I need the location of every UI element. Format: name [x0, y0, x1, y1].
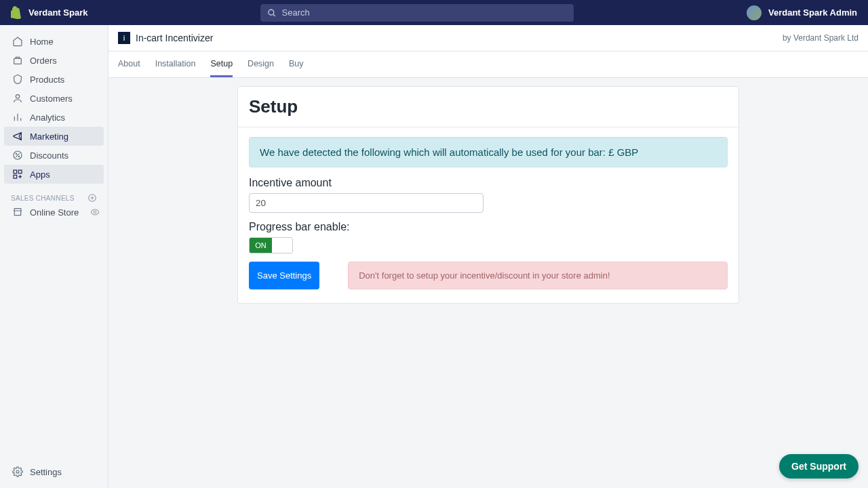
- nav-label: Settings: [30, 467, 62, 477]
- page-title: Setup: [249, 96, 728, 117]
- svg-rect-12: [18, 170, 22, 174]
- sidebar: Home Orders Products Customers Analytics…: [0, 25, 108, 488]
- sidebar-item-orders[interactable]: Orders: [4, 51, 104, 70]
- tab-installation[interactable]: Installation: [155, 52, 196, 77]
- apps-icon: [12, 169, 23, 180]
- app-header: i In-cart Incentivizer by Verdant Spark …: [108, 25, 868, 52]
- sidebar-item-marketing[interactable]: Marketing: [4, 127, 104, 146]
- save-settings-button[interactable]: Save Settings: [249, 262, 319, 289]
- svg-point-20: [16, 470, 19, 473]
- customers-icon: [12, 93, 23, 104]
- avatar: [747, 5, 762, 20]
- settings-icon: [12, 466, 23, 477]
- svg-point-0: [269, 9, 274, 15]
- nav-label: Analytics: [30, 113, 65, 123]
- tab-design[interactable]: Design: [248, 52, 274, 77]
- search-input[interactable]: [282, 7, 568, 18]
- nav-label: Marketing: [30, 131, 68, 142]
- sidebar-item-customers[interactable]: Customers: [4, 89, 104, 108]
- setup-card: Setup We have detected the following whi…: [237, 86, 739, 304]
- app-icon: i: [118, 32, 130, 44]
- sidebar-item-products[interactable]: Products: [4, 70, 104, 89]
- sidebar-item-discounts[interactable]: Discounts: [4, 146, 104, 165]
- currency-detect-banner: We have detected the following which wil…: [249, 137, 728, 167]
- home-icon: [12, 36, 23, 47]
- app-tabs: About Installation Setup Design Buy: [108, 52, 868, 78]
- search-box[interactable]: [260, 4, 574, 22]
- incentive-amount-input[interactable]: [249, 193, 484, 213]
- profile-name: Verdant Spark Admin: [768, 7, 857, 18]
- svg-rect-13: [14, 175, 17, 178]
- sidebar-item-online-store[interactable]: Online Store: [4, 203, 89, 222]
- get-support-button[interactable]: Get Support: [779, 454, 859, 479]
- card-header: Setup: [238, 87, 738, 127]
- toggle-off-area: [272, 238, 292, 253]
- analytics-icon: [12, 112, 23, 123]
- app-vendor: by Verdant Spark Ltd: [783, 33, 859, 43]
- svg-line-1: [273, 14, 275, 16]
- reminder-banner: Don't forget to setup your incentive/dis…: [348, 262, 728, 289]
- nav-label: Apps: [30, 169, 50, 180]
- marketing-icon: [12, 131, 23, 142]
- svg-rect-2: [14, 58, 22, 64]
- svg-rect-11: [14, 170, 17, 174]
- sidebar-item-home[interactable]: Home: [4, 32, 104, 51]
- nav-label: Orders: [30, 56, 57, 66]
- products-icon: [12, 74, 23, 85]
- store-name: Verdant Spark: [28, 7, 87, 18]
- profile-menu[interactable]: Verdant Spark Admin: [747, 5, 857, 20]
- main-content: i In-cart Incentivizer by Verdant Spark …: [108, 25, 868, 488]
- progress-bar-label: Progress bar enable:: [249, 221, 728, 233]
- nav-label: Discounts: [30, 150, 68, 161]
- svg-point-3: [16, 95, 19, 98]
- svg-point-19: [94, 211, 96, 214]
- nav-label: Home: [30, 37, 54, 47]
- search-wrapper: [260, 4, 574, 22]
- svg-point-10: [18, 156, 19, 157]
- orders-icon: [12, 55, 23, 66]
- sales-channels-section: SALES CHANNELS: [3, 193, 105, 203]
- nav-label: Products: [30, 75, 64, 85]
- add-channel-icon[interactable]: [87, 193, 97, 203]
- tab-setup[interactable]: Setup: [210, 52, 233, 77]
- shopify-logo-icon: [11, 6, 23, 20]
- sidebar-item-apps[interactable]: Apps: [4, 165, 104, 184]
- sidebar-item-analytics[interactable]: Analytics: [4, 108, 104, 127]
- search-icon: [267, 8, 276, 18]
- tab-buy[interactable]: Buy: [289, 52, 304, 77]
- view-store-icon[interactable]: [90, 207, 100, 217]
- nav-label: Customers: [30, 94, 73, 104]
- incentive-amount-label: Incentive amount: [249, 177, 728, 189]
- topbar: Verdant Spark Verdant Spark Admin: [0, 0, 868, 25]
- app-title: In-cart Incentivizer: [136, 33, 213, 43]
- tab-about[interactable]: About: [118, 52, 140, 77]
- nav-label: Online Store: [30, 207, 79, 218]
- online-store-icon: [12, 207, 23, 218]
- sidebar-item-settings[interactable]: Settings: [4, 462, 104, 481]
- toggle-on-label: ON: [250, 238, 272, 253]
- brand[interactable]: Verdant Spark: [11, 6, 87, 20]
- svg-point-9: [16, 153, 16, 154]
- section-label: SALES CHANNELS: [11, 195, 75, 202]
- discounts-icon: [12, 150, 23, 161]
- progress-bar-toggle[interactable]: ON: [249, 237, 293, 253]
